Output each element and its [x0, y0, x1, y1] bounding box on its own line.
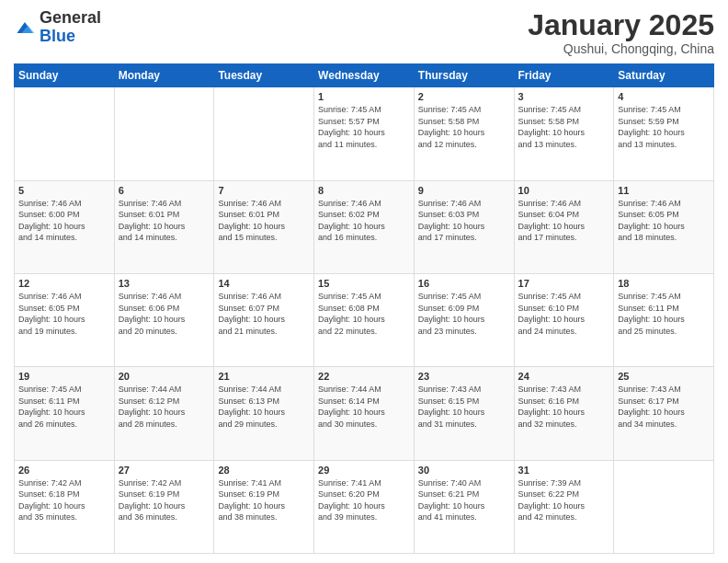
day-detail: Sunrise: 7:44 AM Sunset: 6:14 PM Dayligh… [318, 384, 410, 430]
day-number: 19 [18, 371, 110, 382]
calendar-cell: 2Sunrise: 7:45 AM Sunset: 5:58 PM Daylig… [414, 87, 514, 180]
day-number: 28 [218, 465, 310, 476]
calendar-cell [114, 87, 214, 180]
day-detail: Sunrise: 7:45 AM Sunset: 6:08 PM Dayligh… [318, 291, 410, 337]
day-detail: Sunrise: 7:46 AM Sunset: 6:07 PM Dayligh… [218, 291, 310, 337]
calendar-cell: 3Sunrise: 7:45 AM Sunset: 5:58 PM Daylig… [514, 87, 614, 180]
day-detail: Sunrise: 7:39 AM Sunset: 6:22 PM Dayligh… [518, 477, 610, 523]
calendar-cell: 27Sunrise: 7:42 AM Sunset: 6:19 PM Dayli… [114, 460, 214, 553]
logo-icon [14, 18, 36, 37]
day-detail: Sunrise: 7:45 AM Sunset: 5:57 PM Dayligh… [318, 104, 410, 150]
calendar-cell: 16Sunrise: 7:45 AM Sunset: 6:09 PM Dayli… [414, 273, 514, 366]
logo: General Blue [14, 9, 101, 46]
day-number: 7 [218, 185, 310, 196]
col-tuesday: Tuesday [214, 64, 314, 87]
day-detail: Sunrise: 7:42 AM Sunset: 6:19 PM Dayligh… [119, 477, 210, 523]
day-detail: Sunrise: 7:44 AM Sunset: 6:13 PM Dayligh… [218, 384, 310, 430]
col-friday: Friday [514, 64, 614, 87]
day-number: 11 [618, 185, 710, 196]
day-number: 8 [318, 185, 410, 196]
day-detail: Sunrise: 7:43 AM Sunset: 6:15 PM Dayligh… [418, 384, 510, 430]
day-number: 27 [119, 465, 210, 476]
day-detail: Sunrise: 7:45 AM Sunset: 6:10 PM Dayligh… [518, 291, 610, 337]
day-detail: Sunrise: 7:46 AM Sunset: 6:04 PM Dayligh… [518, 198, 610, 244]
day-number: 3 [518, 91, 610, 102]
calendar-week-4: 19Sunrise: 7:45 AM Sunset: 6:11 PM Dayli… [15, 367, 714, 460]
calendar-cell: 14Sunrise: 7:46 AM Sunset: 6:07 PM Dayli… [214, 273, 314, 366]
day-number: 9 [418, 185, 510, 196]
calendar-cell: 13Sunrise: 7:46 AM Sunset: 6:06 PM Dayli… [114, 273, 214, 366]
day-detail: Sunrise: 7:42 AM Sunset: 6:18 PM Dayligh… [18, 477, 110, 523]
day-number: 13 [119, 278, 210, 289]
calendar-header-row: Sunday Monday Tuesday Wednesday Thursday… [15, 64, 714, 87]
day-number: 29 [318, 465, 410, 476]
day-detail: Sunrise: 7:45 AM Sunset: 6:09 PM Dayligh… [418, 291, 510, 337]
month-title: January 2025 [528, 9, 714, 41]
day-detail: Sunrise: 7:46 AM Sunset: 6:05 PM Dayligh… [618, 198, 710, 244]
calendar-week-1: 1Sunrise: 7:45 AM Sunset: 5:57 PM Daylig… [15, 87, 714, 180]
day-detail: Sunrise: 7:43 AM Sunset: 6:16 PM Dayligh… [518, 384, 610, 430]
day-number: 2 [418, 91, 510, 102]
day-number: 26 [18, 465, 110, 476]
day-detail: Sunrise: 7:41 AM Sunset: 6:20 PM Dayligh… [318, 477, 410, 523]
calendar-cell: 6Sunrise: 7:46 AM Sunset: 6:01 PM Daylig… [114, 180, 214, 273]
logo-general-text: General [40, 8, 101, 27]
logo-text: General Blue [40, 9, 101, 46]
day-number: 5 [18, 185, 110, 196]
calendar-cell: 8Sunrise: 7:46 AM Sunset: 6:02 PM Daylig… [314, 180, 415, 273]
calendar-cell: 19Sunrise: 7:45 AM Sunset: 6:11 PM Dayli… [15, 367, 115, 460]
calendar-cell: 9Sunrise: 7:46 AM Sunset: 6:03 PM Daylig… [414, 180, 514, 273]
day-number: 31 [518, 465, 610, 476]
calendar-table: Sunday Monday Tuesday Wednesday Thursday… [14, 63, 714, 554]
day-number: 21 [218, 371, 310, 382]
calendar-cell: 24Sunrise: 7:43 AM Sunset: 6:16 PM Dayli… [514, 367, 614, 460]
col-monday: Monday [114, 64, 214, 87]
day-detail: Sunrise: 7:46 AM Sunset: 6:01 PM Dayligh… [119, 198, 210, 244]
day-detail: Sunrise: 7:46 AM Sunset: 6:01 PM Dayligh… [218, 198, 310, 244]
day-number: 30 [418, 465, 510, 476]
day-detail: Sunrise: 7:46 AM Sunset: 6:00 PM Dayligh… [18, 198, 110, 244]
day-number: 4 [618, 91, 710, 102]
col-thursday: Thursday [414, 64, 514, 87]
calendar-cell: 30Sunrise: 7:40 AM Sunset: 6:21 PM Dayli… [414, 460, 514, 553]
calendar-cell: 28Sunrise: 7:41 AM Sunset: 6:19 PM Dayli… [214, 460, 314, 553]
day-detail: Sunrise: 7:45 AM Sunset: 5:58 PM Dayligh… [518, 104, 610, 150]
day-number: 24 [518, 371, 610, 382]
day-number: 6 [119, 185, 210, 196]
day-detail: Sunrise: 7:46 AM Sunset: 6:03 PM Dayligh… [418, 198, 510, 244]
day-number: 23 [418, 371, 510, 382]
calendar-cell: 5Sunrise: 7:46 AM Sunset: 6:00 PM Daylig… [15, 180, 115, 273]
calendar-cell: 23Sunrise: 7:43 AM Sunset: 6:15 PM Dayli… [414, 367, 514, 460]
calendar-cell: 15Sunrise: 7:45 AM Sunset: 6:08 PM Dayli… [314, 273, 415, 366]
header: General Blue January 2025 Qushui, Chongq… [14, 9, 714, 56]
day-detail: Sunrise: 7:45 AM Sunset: 6:11 PM Dayligh… [618, 291, 710, 337]
calendar-cell: 11Sunrise: 7:46 AM Sunset: 6:05 PM Dayli… [614, 180, 714, 273]
calendar-cell: 25Sunrise: 7:43 AM Sunset: 6:17 PM Dayli… [614, 367, 714, 460]
day-number: 14 [218, 278, 310, 289]
title-block: January 2025 Qushui, Chongqing, China [528, 9, 714, 56]
calendar-cell: 12Sunrise: 7:46 AM Sunset: 6:05 PM Dayli… [15, 273, 115, 366]
calendar-week-3: 12Sunrise: 7:46 AM Sunset: 6:05 PM Dayli… [15, 273, 714, 366]
calendar-cell: 10Sunrise: 7:46 AM Sunset: 6:04 PM Dayli… [514, 180, 614, 273]
day-number: 25 [618, 371, 710, 382]
calendar-cell: 21Sunrise: 7:44 AM Sunset: 6:13 PM Dayli… [214, 367, 314, 460]
day-detail: Sunrise: 7:45 AM Sunset: 6:11 PM Dayligh… [18, 384, 110, 430]
calendar-cell: 7Sunrise: 7:46 AM Sunset: 6:01 PM Daylig… [214, 180, 314, 273]
day-detail: Sunrise: 7:45 AM Sunset: 5:59 PM Dayligh… [618, 104, 710, 150]
col-wednesday: Wednesday [314, 64, 415, 87]
calendar-cell: 17Sunrise: 7:45 AM Sunset: 6:10 PM Dayli… [514, 273, 614, 366]
calendar-cell: 29Sunrise: 7:41 AM Sunset: 6:20 PM Dayli… [314, 460, 415, 553]
day-number: 1 [318, 91, 410, 102]
calendar-cell: 31Sunrise: 7:39 AM Sunset: 6:22 PM Dayli… [514, 460, 614, 553]
calendar-cell [614, 460, 714, 553]
calendar-cell: 20Sunrise: 7:44 AM Sunset: 6:12 PM Dayli… [114, 367, 214, 460]
day-detail: Sunrise: 7:43 AM Sunset: 6:17 PM Dayligh… [618, 384, 710, 430]
day-detail: Sunrise: 7:46 AM Sunset: 6:02 PM Dayligh… [318, 198, 410, 244]
calendar-cell: 22Sunrise: 7:44 AM Sunset: 6:14 PM Dayli… [314, 367, 415, 460]
calendar-cell: 26Sunrise: 7:42 AM Sunset: 6:18 PM Dayli… [15, 460, 115, 553]
calendar-cell: 1Sunrise: 7:45 AM Sunset: 5:57 PM Daylig… [314, 87, 415, 180]
calendar-week-2: 5Sunrise: 7:46 AM Sunset: 6:00 PM Daylig… [15, 180, 714, 273]
page: General Blue January 2025 Qushui, Chongq… [0, 0, 728, 563]
col-saturday: Saturday [614, 64, 714, 87]
day-number: 22 [318, 371, 410, 382]
